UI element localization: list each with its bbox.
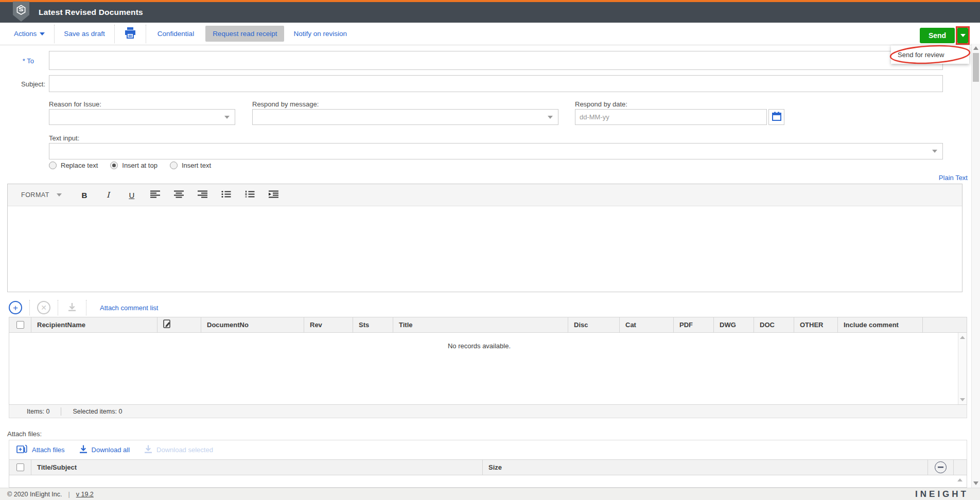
scroll-down-icon[interactable] xyxy=(960,398,965,401)
column-header-sts[interactable]: Sts xyxy=(353,317,393,332)
toolbar-divider xyxy=(146,25,146,43)
numbered-list-button[interactable] xyxy=(241,187,259,203)
column-header-attachment[interactable] xyxy=(157,317,201,332)
toolbar-divider xyxy=(54,25,55,43)
recipients-grid-body: No records available. xyxy=(9,333,967,405)
text-input-select[interactable] xyxy=(49,143,943,159)
page-vertical-scrollbar[interactable] xyxy=(971,44,980,488)
align-left-icon xyxy=(150,190,160,200)
status-divider xyxy=(61,407,61,416)
date-picker-button[interactable] xyxy=(768,109,784,125)
indent-button[interactable] xyxy=(265,187,283,203)
toolbar-divider xyxy=(58,300,58,315)
message-editor: FORMAT B I U xyxy=(7,184,962,292)
select-all-checkbox[interactable] xyxy=(16,321,24,329)
radio-insert-text[interactable]: Insert text xyxy=(170,162,211,169)
toolbar-divider xyxy=(114,25,115,43)
select-all-cell xyxy=(9,317,31,332)
scroll-up-icon[interactable] xyxy=(960,336,965,339)
column-header-title[interactable]: Title xyxy=(393,317,568,332)
radio-circle-icon xyxy=(49,162,57,169)
column-header-title-subject[interactable]: Title/Subject xyxy=(31,460,483,475)
select-all-attachments-checkbox[interactable] xyxy=(16,463,24,471)
grid-vertical-scrollbar[interactable] xyxy=(958,333,967,404)
confidential-toggle[interactable]: Confidential xyxy=(157,30,194,38)
format-dropdown[interactable]: FORMAT xyxy=(21,191,62,199)
radio-insert-at-top[interactable]: Insert at top xyxy=(110,162,157,169)
attach-comment-list-link[interactable]: Attach comment list xyxy=(100,304,158,312)
remove-recipient-button[interactable]: ✕ xyxy=(37,301,50,314)
bold-button[interactable]: B xyxy=(75,187,94,203)
compose-toolbar: Actions Save as draft Confidential Reque… xyxy=(0,23,980,45)
send-for-review-menu-item[interactable]: Send for review xyxy=(898,51,944,59)
save-as-draft-button[interactable]: Save as draft xyxy=(64,30,105,38)
print-button[interactable] xyxy=(124,27,136,40)
attach-files-section-label: Attach files: xyxy=(7,430,42,438)
insert-mode-radio-group: Replace text Insert at top Insert text xyxy=(49,162,211,169)
download-button-disabled[interactable] xyxy=(65,299,79,316)
footer-divider: | xyxy=(68,491,70,498)
request-read-receipt-toggle[interactable]: Request read receipt xyxy=(205,26,284,42)
page-title: Latest Revised Documents xyxy=(39,8,143,17)
scrollbar-thumb[interactable] xyxy=(973,53,979,82)
radio-replace-text[interactable]: Replace text xyxy=(49,162,98,169)
send-options-dropdown-button[interactable] xyxy=(957,28,968,43)
recipients-grid-header: RecipientName DocumentNo Rev Sts Title D… xyxy=(9,317,967,333)
scroll-down-icon[interactable] xyxy=(973,481,978,485)
attach-files-button[interactable]: Attach files xyxy=(16,444,65,456)
column-header-other[interactable]: OTHER xyxy=(794,317,838,332)
align-right-button[interactable] xyxy=(194,187,212,203)
scroll-up-icon[interactable] xyxy=(973,46,978,50)
column-header-doc[interactable]: DOC xyxy=(754,317,794,332)
bullet-list-icon xyxy=(221,190,231,200)
column-header-pdf[interactable]: PDF xyxy=(674,317,714,332)
column-header-size[interactable]: Size xyxy=(483,460,928,475)
column-header-empty xyxy=(954,460,967,475)
document-review-icon xyxy=(163,319,171,330)
align-left-button[interactable] xyxy=(146,187,165,203)
subject-label: Subject: xyxy=(0,80,45,88)
column-header-documentno[interactable]: DocumentNo xyxy=(201,317,304,332)
respond-by-message-select[interactable] xyxy=(252,109,558,125)
column-header-cat[interactable]: Cat xyxy=(620,317,674,332)
download-all-button[interactable]: Download all xyxy=(79,445,130,455)
column-header-rev[interactable]: Rev xyxy=(304,317,353,332)
column-header-include-comment[interactable]: Include comment xyxy=(838,317,923,332)
subject-input[interactable] xyxy=(49,75,943,92)
respond-by-message-label: Respond by message: xyxy=(252,100,319,108)
toolbar-divider xyxy=(86,300,86,315)
bullet-list-button[interactable] xyxy=(217,187,236,203)
align-center-icon xyxy=(174,190,184,200)
plain-text-link[interactable]: Plain Text xyxy=(939,174,968,182)
send-button[interactable]: Send xyxy=(920,28,955,43)
remove-attachment-button[interactable] xyxy=(935,461,947,473)
selected-items-count: Selected items: 0 xyxy=(73,408,122,415)
chevron-down-icon xyxy=(224,116,230,119)
toolbar-divider xyxy=(29,300,30,315)
align-center-button[interactable] xyxy=(170,187,188,203)
notify-on-revision-toggle[interactable]: Notify on revision xyxy=(293,30,347,38)
items-count: Items: 0 xyxy=(27,408,49,415)
download-selected-button-disabled[interactable]: Download selected xyxy=(144,445,213,455)
add-recipient-button[interactable]: + xyxy=(9,301,22,314)
editor-body[interactable] xyxy=(8,206,962,292)
respond-by-date-input[interactable] xyxy=(575,109,767,125)
chevron-down-icon xyxy=(548,116,553,119)
reason-for-issue-select[interactable] xyxy=(49,109,235,125)
italic-button[interactable]: I xyxy=(99,187,117,203)
version-link[interactable]: v 19.2 xyxy=(76,491,94,498)
underline-button[interactable]: U xyxy=(122,187,141,203)
chevron-down-icon xyxy=(57,193,62,197)
actions-label: Actions xyxy=(14,30,37,38)
column-header-dwg[interactable]: DWG xyxy=(714,317,754,332)
send-button-group: Send xyxy=(920,26,970,45)
to-input[interactable] xyxy=(49,51,943,70)
column-header-recipientname[interactable]: RecipientName xyxy=(31,317,157,332)
text-input-label: Text input: xyxy=(49,134,79,142)
column-header-disc[interactable]: Disc xyxy=(568,317,620,332)
select-all-cell xyxy=(9,460,31,475)
download-icon xyxy=(144,445,152,455)
actions-menu-button[interactable]: Actions xyxy=(14,30,45,38)
ineight-wordmark: INEIGHT xyxy=(915,489,969,499)
scroll-up-icon[interactable] xyxy=(957,478,962,481)
